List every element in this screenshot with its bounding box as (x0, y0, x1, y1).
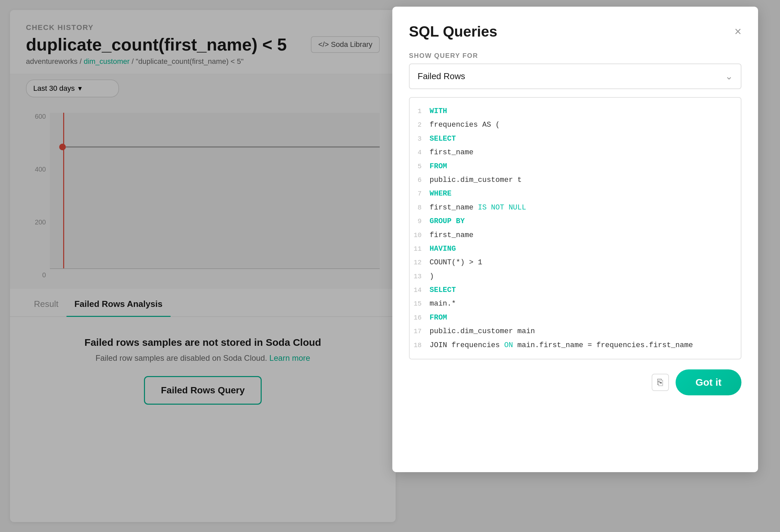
code-line: 15 main.* (409, 297, 741, 310)
line-number: 9 (409, 216, 430, 227)
line-content: frequencies AS ( (430, 119, 500, 131)
modal-footer: ⎘ Got it (409, 370, 741, 395)
line-content: FROM (430, 160, 447, 173)
code-line: 12 COUNT(*) > 1 (409, 256, 741, 269)
line-number: 12 (409, 257, 430, 268)
line-number: 13 (409, 271, 430, 282)
code-line: 2 frequencies AS ( (409, 118, 741, 132)
line-content: public.dim_customer main (430, 325, 535, 337)
copy-button[interactable]: ⎘ (652, 374, 669, 391)
code-line: 9 GROUP BY (409, 214, 741, 228)
query-type-select[interactable]: Failed Rows ⌄ (409, 63, 741, 89)
line-content: SELECT (430, 133, 456, 145)
line-number: 10 (409, 230, 430, 241)
line-content: first_name (430, 146, 474, 159)
line-number: 6 (409, 175, 430, 186)
line-content: first_name (430, 229, 474, 241)
code-line: 11 HAVING (409, 242, 741, 256)
line-number: 1 (409, 106, 430, 117)
line-content: COUNT(*) > 1 (430, 256, 482, 269)
line-content: first_name IS NOT NULL (430, 201, 526, 214)
sql-queries-modal: SQL Queries × SHOW QUERY FOR Failed Rows… (392, 7, 758, 472)
line-content: WITH (430, 105, 447, 117)
line-number: 8 (409, 202, 430, 213)
line-number: 11 (409, 243, 430, 255)
line-content: public.dim_customer t (430, 174, 522, 186)
show-query-label: SHOW QUERY FOR (409, 52, 741, 59)
line-content: main.* (430, 298, 456, 310)
code-line: 4 first_name (409, 146, 741, 159)
query-select-value: Failed Rows (418, 71, 465, 82)
line-number: 7 (409, 188, 430, 199)
line-number: 4 (409, 147, 430, 158)
line-content: SELECT (430, 284, 456, 296)
modal-header: SQL Queries × (409, 23, 741, 40)
code-line: 13 ) (409, 270, 741, 283)
chevron-down-icon: ⌄ (725, 71, 733, 82)
got-it-button[interactable]: Got it (676, 370, 741, 395)
code-line: 6 public.dim_customer t (409, 173, 741, 187)
copy-icon: ⎘ (657, 377, 663, 388)
line-number: 18 (409, 340, 430, 351)
line-number: 3 (409, 133, 430, 145)
line-number: 14 (409, 285, 430, 296)
line-number: 2 (409, 119, 430, 131)
code-line: 16FROM (409, 311, 741, 325)
code-line: 17 public.dim_customer main (409, 325, 741, 338)
code-line: 14SELECT (409, 283, 741, 297)
line-number: 16 (409, 312, 430, 324)
code-line: 3 SELECT (409, 132, 741, 146)
line-content: WHERE (430, 188, 451, 200)
line-content: JOIN frequencies ON main.first_name = fr… (430, 339, 693, 351)
line-content: FROM (430, 311, 447, 324)
modal-close-button[interactable]: × (734, 25, 741, 39)
line-content: GROUP BY (430, 215, 465, 228)
code-line: 7 WHERE (409, 187, 741, 200)
code-line: 10 first_name (409, 229, 741, 242)
sql-code-block: 1WITH2 frequencies AS (3 SELECT4 first_n… (409, 97, 741, 359)
code-line: 8 first_name IS NOT NULL (409, 201, 741, 214)
line-number: 5 (409, 161, 430, 172)
code-line: 18 JOIN frequencies ON main.first_name =… (409, 338, 741, 352)
line-content: ) (430, 270, 434, 283)
modal-title: SQL Queries (409, 23, 497, 40)
line-content: HAVING (430, 243, 456, 255)
line-number: 15 (409, 298, 430, 309)
line-number: 17 (409, 326, 430, 337)
code-line: 1WITH (409, 104, 741, 118)
code-line: 5 FROM (409, 160, 741, 173)
